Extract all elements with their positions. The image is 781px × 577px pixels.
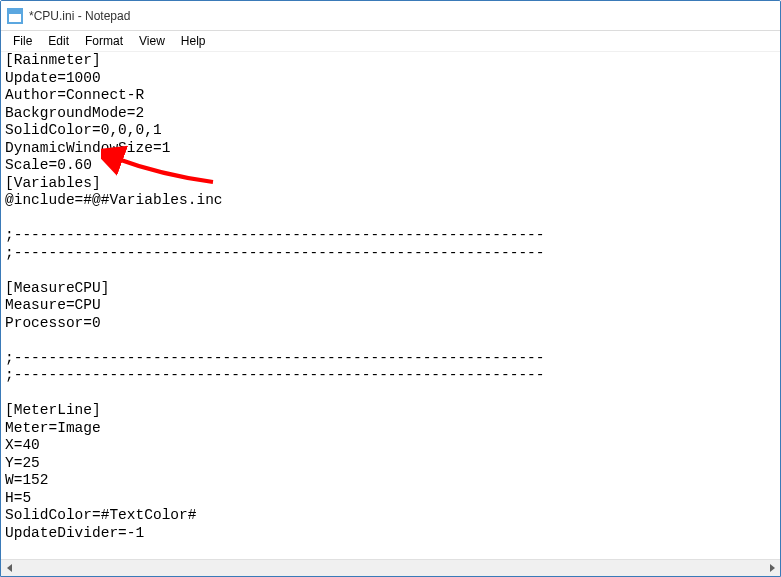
text-editor[interactable]: [Rainmeter] Update=1000 Author=Connect-R… <box>1 52 780 576</box>
menu-view[interactable]: View <box>131 32 173 50</box>
scroll-right-arrow[interactable] <box>763 560 780 577</box>
svg-marker-2 <box>770 564 775 572</box>
menu-edit[interactable]: Edit <box>40 32 77 50</box>
notepad-icon <box>7 8 23 24</box>
window-title: *CPU.ini - Notepad <box>29 9 130 23</box>
notepad-window: *CPU.ini - Notepad File Edit Format View… <box>0 0 781 577</box>
titlebar[interactable]: *CPU.ini - Notepad <box>1 1 780 31</box>
scroll-left-arrow[interactable] <box>1 560 18 577</box>
horizontal-scrollbar[interactable] <box>1 559 780 576</box>
menu-help[interactable]: Help <box>173 32 214 50</box>
menu-format[interactable]: Format <box>77 32 131 50</box>
scroll-track[interactable] <box>18 560 763 576</box>
editor-area: [Rainmeter] Update=1000 Author=Connect-R… <box>1 52 780 576</box>
menubar: File Edit Format View Help <box>1 31 780 52</box>
svg-marker-1 <box>7 564 12 572</box>
menu-file[interactable]: File <box>5 32 40 50</box>
